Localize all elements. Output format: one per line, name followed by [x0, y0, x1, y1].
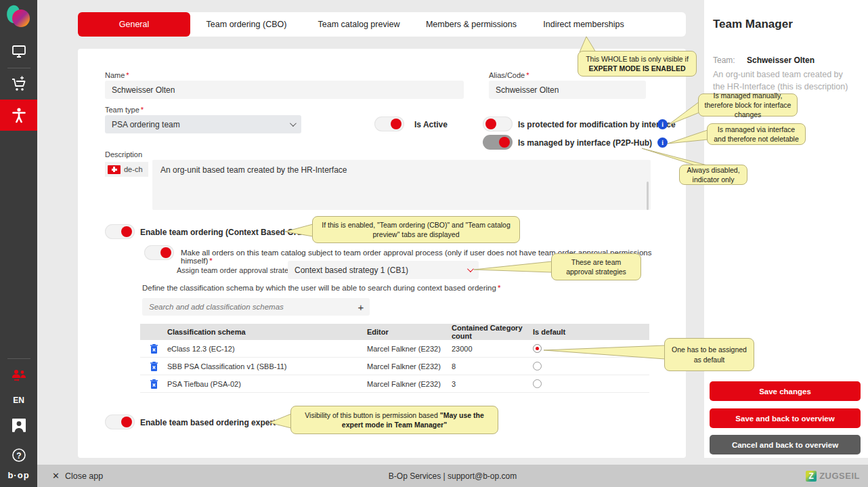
app-rail: EN ? b·op [0, 0, 37, 487]
tab-team-ordering-cbo[interactable]: Team ordering (CBO) [190, 12, 303, 37]
tooltip-strategies: These are team approval strategies [551, 253, 641, 280]
cell-schema: PSA Tiefbau (PSA-02) [167, 380, 367, 388]
accessibility-person-icon [10, 106, 28, 124]
table-row: PSA Tiefbau (PSA-02) Marcel Falkner (E23… [140, 375, 649, 393]
is-active-toggle[interactable] [374, 117, 404, 131]
delete-schema-icon[interactable] [149, 361, 159, 372]
table-header: Classification schema Editor Contained C… [140, 324, 649, 340]
cell-schema: SBB PSA Classification v1 (SBB-11) [167, 362, 367, 370]
cell-count: 3 [452, 380, 533, 388]
sidebar-item-profile[interactable] [0, 410, 37, 440]
table-row: SBB PSA Classification v1 (SBB-11) Marce… [140, 358, 649, 375]
delete-schema-icon[interactable] [149, 343, 159, 354]
tab-bar: General Team ordering (CBO) Team catalog… [78, 12, 686, 37]
cancel-back-button[interactable]: Cancel and back to overview [710, 435, 861, 454]
save-back-button[interactable]: Save and back to overview [710, 408, 861, 428]
zugseil-logo: Z ZUGSEIL [806, 471, 860, 482]
classification-table: Classification schema Editor Contained C… [140, 324, 649, 393]
protected-toggle[interactable] [483, 117, 513, 131]
managed-info-icon[interactable]: i [657, 137, 668, 148]
is-active-label: Is Active [414, 120, 448, 129]
schema-instruction: Define the classification schema by whic… [142, 284, 500, 292]
tooltip-cbo-enabled: If this is enabled, "Team ordering (CBO)… [312, 216, 520, 243]
header-default: Is default [533, 328, 587, 336]
sidebar-item-team-manager[interactable] [0, 100, 37, 131]
table-row: eClass 12.3 (EC-12) Marcel Falkner (E232… [140, 340, 649, 358]
close-app-label: Close app [65, 471, 103, 481]
enable-cbo-toggle[interactable] [105, 224, 135, 239]
zugseil-z-icon: Z [806, 471, 817, 482]
language-chip: de-ch [105, 162, 148, 177]
alias-code-field[interactable] [489, 81, 646, 99]
users-red-icon [10, 367, 28, 383]
header-schema: Classification schema [167, 328, 367, 336]
name-field[interactable] [105, 81, 464, 99]
team-type-select[interactable]: PSA ordering team [105, 115, 301, 133]
default-radio-selected[interactable] [533, 344, 542, 353]
help-icon: ? [11, 447, 27, 463]
toggle-knob [485, 119, 496, 129]
zugseil-wordmark: ZUGSEIL [819, 471, 860, 481]
name-label: Name* [105, 71, 129, 79]
sidebar-item-teams[interactable] [0, 360, 37, 390]
add-icon[interactable]: + [352, 301, 370, 313]
schema-search: + [142, 298, 370, 316]
tab-members-permissions[interactable]: Members & permissions [415, 12, 527, 37]
language-code: de-ch [124, 165, 143, 173]
tooltip-expert-tab: This WHOLE tab is only visible if EXPERT… [578, 51, 697, 77]
tab-general[interactable]: General [78, 12, 190, 37]
managed-by-interface-label: Is managed by interface (P2P-Hub) [518, 138, 652, 148]
team-row: Team: Schweisser Olten [713, 56, 815, 65]
app-logo-icon [0, 0, 37, 37]
approval-process-toggle[interactable] [144, 245, 174, 260]
cell-schema: eClass 12.3 (EC-12) [167, 345, 367, 353]
tooltip-managed-manually: Is managed manually, therefore block for… [698, 93, 798, 117]
description-field[interactable]: An org-unit based team created by the HR… [152, 160, 651, 210]
chevron-down-icon [290, 120, 297, 127]
header-editor: Editor [367, 328, 452, 336]
cart-plus-icon [10, 76, 28, 93]
sidebar-item-help[interactable]: ? [0, 440, 37, 470]
sidebar-item-ordering[interactable] [0, 70, 37, 100]
rail-divider-bottom [7, 358, 30, 359]
footer-bar: ✕ Close app B-Op Services | support@b-op… [37, 465, 868, 487]
expert-mode-toggle[interactable] [105, 415, 135, 429]
team-manager-panel: Team Manager Team: Schweisser Olten An o… [704, 0, 868, 458]
tab-indirect-memberships[interactable]: Indirect memberships [527, 12, 640, 37]
rail-divider [7, 68, 30, 68]
toggle-knob [121, 417, 132, 427]
toggle-knob [160, 247, 171, 258]
chevron-down-icon [467, 266, 474, 272]
default-radio[interactable] [533, 379, 542, 388]
cell-count: 8 [452, 362, 533, 370]
tooltip-expert-visibility: Visibility of this button is permission … [290, 406, 498, 434]
close-icon: ✕ [52, 471, 60, 481]
language-switcher[interactable]: EN [13, 390, 24, 410]
textarea-scrollbar[interactable] [647, 182, 649, 210]
tab-team-catalog-preview[interactable]: Team catalog preview [303, 12, 415, 37]
toggle-knob [391, 119, 402, 129]
cell-editor: Marcel Falkner (E232) [367, 345, 452, 353]
delete-schema-icon[interactable] [149, 379, 159, 389]
swiss-flag-icon [108, 165, 121, 174]
default-radio[interactable] [533, 362, 542, 370]
description-label: Description [105, 150, 142, 158]
team-type-label: Team type* [105, 106, 144, 114]
header-count: Contained Category count [452, 324, 533, 340]
save-changes-button[interactable]: Save changes [710, 381, 861, 401]
toggle-knob [499, 137, 510, 148]
tooltip-managed-via-interface: Is managed via interface and therefore n… [707, 123, 806, 145]
footer-support-text: B-Op Services | support@b-op.com [37, 471, 868, 481]
close-app-button[interactable]: ✕ Close app [37, 471, 103, 481]
cell-count: 23000 [452, 345, 533, 353]
strategy-select[interactable]: Context based strategy 1 (CB1) [288, 261, 479, 279]
avatar-icon [10, 417, 28, 433]
svg-text:?: ? [16, 451, 21, 461]
cell-editor: Marcel Falkner (E232) [367, 380, 452, 388]
monitor-icon [11, 44, 27, 59]
protected-label: Is protected for modification by interfa… [518, 120, 676, 129]
tooltip-always-disabled: Always disabled, indicator only [679, 165, 747, 185]
schema-search-input[interactable] [142, 303, 352, 311]
sidebar-item-desktop[interactable] [0, 37, 37, 66]
protected-info-icon[interactable]: i [657, 119, 668, 129]
